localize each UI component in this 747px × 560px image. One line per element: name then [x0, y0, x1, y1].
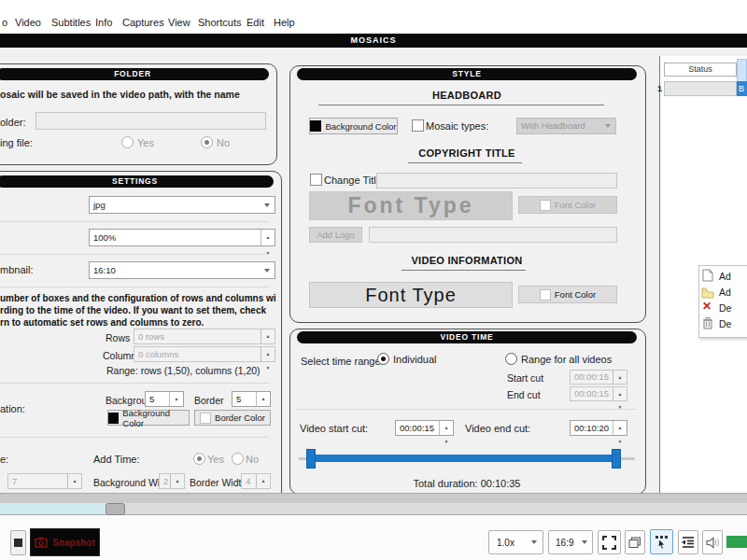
headboard-background-color-button[interactable]: Background Color: [309, 118, 398, 134]
size-spinner[interactable]: 100% ▲▼: [89, 229, 275, 246]
title-input[interactable]: [376, 173, 617, 189]
copyright-font-color-button[interactable]: Font Color: [518, 196, 617, 214]
queue-selected-column-header[interactable]: [737, 59, 747, 82]
mosaic-pointer-button[interactable]: [650, 529, 673, 554]
spinner-arrows-icon[interactable]: ▲▼: [256, 392, 270, 406]
divider: [0, 437, 269, 438]
playback-speed-select[interactable]: 1.0x: [488, 530, 543, 554]
display-windows-button[interactable]: [625, 530, 645, 554]
existing-no-label: No: [217, 137, 230, 148]
folder-input[interactable]: [35, 112, 266, 130]
snapshot-button[interactable]: Snapshot: [30, 528, 100, 556]
app-window: o Video Subtitles Info Captures View Sho…: [0, 0, 747, 560]
volume-level-bar[interactable]: [726, 536, 747, 548]
select-time-range-label: Select time range:: [301, 356, 384, 367]
time-slider-range[interactable]: [309, 455, 617, 462]
chevron-down-icon: [264, 203, 270, 207]
menu-item-video[interactable]: Video: [15, 17, 41, 28]
copyright-font-type-button[interactable]: Font Type: [309, 191, 513, 220]
border-color-button[interactable]: Border Color: [194, 410, 271, 426]
context-menu-item-delete[interactable]: De: [719, 302, 731, 314]
range-all-radio[interactable]: [505, 353, 517, 365]
add-time-no-radio[interactable]: [232, 453, 244, 465]
queue-selected-cell[interactable]: B: [737, 81, 747, 96]
end-cut-label: End cut: [507, 389, 541, 400]
stop-button[interactable]: [10, 530, 26, 555]
change-title-checkbox[interactable]: [310, 174, 322, 186]
mosaic-types-checkbox[interactable]: [412, 119, 424, 132]
spinner-arrows-icon[interactable]: ▲▼: [256, 474, 270, 488]
menu-item-view[interactable]: View: [168, 17, 190, 28]
video-information-rule: [402, 270, 526, 271]
existing-file-label: ing file:: [0, 137, 33, 148]
playlist-button[interactable]: [678, 530, 698, 554]
video-info-font-type-button[interactable]: Font Type: [309, 282, 513, 308]
add-time-yes-radio[interactable]: [193, 453, 205, 465]
fullscreen-button[interactable]: [598, 530, 621, 554]
menu-item-captures[interactable]: Captures: [122, 17, 164, 28]
spinner-arrows-icon[interactable]: ▲▼: [67, 474, 81, 488]
start-cut-spinner[interactable]: 00:00:15 ▲▼: [570, 370, 627, 385]
border-width-spinner[interactable]: 4 ▲▼: [241, 473, 271, 489]
existing-no-radio[interactable]: [201, 136, 213, 148]
border-color-label: Border Color: [215, 413, 265, 423]
format-select[interactable]: jpg: [89, 196, 275, 214]
time-slider-left-handle[interactable]: [306, 449, 316, 469]
speed-value: 1.0x: [497, 538, 514, 548]
aspect-ratio-select[interactable]: 16:9: [548, 530, 593, 554]
border-label: Border: [194, 395, 224, 406]
spinner-arrows-icon[interactable]: ▲▼: [613, 421, 627, 435]
menu-item-audio[interactable]: o: [2, 17, 7, 28]
start-cut-label: Start cut: [507, 372, 543, 384]
spinner-arrows-icon[interactable]: ▲▼: [261, 347, 275, 361]
trash-icon: [702, 316, 713, 329]
fullscreen-icon: [602, 536, 616, 550]
size-value: 100%: [93, 232, 116, 243]
spinner-arrows-icon[interactable]: ▲▼: [439, 421, 453, 435]
menu-item-info[interactable]: Info: [95, 17, 112, 28]
time-slider-right-handle[interactable]: [612, 449, 621, 469]
add-time-yes-label: Yes: [207, 454, 224, 465]
rows-spinner[interactable]: 0 rows ▲▼: [134, 329, 275, 344]
spinner-arrows-icon[interactable]: ▲▼: [170, 474, 184, 488]
queue-status-cell[interactable]: [664, 81, 737, 96]
background-width-spinner[interactable]: 2 ▲▼: [159, 473, 185, 489]
video-end-cut-label: Video end cut:: [465, 423, 530, 434]
menu-item-subtitles[interactable]: Subtitles: [51, 17, 91, 28]
logo-input[interactable]: [369, 227, 617, 243]
add-logo-button[interactable]: Add Logo: [309, 227, 362, 243]
existing-yes-radio[interactable]: [121, 136, 134, 148]
spinner-arrows-icon[interactable]: ▲▼: [169, 392, 183, 406]
chevron-down-icon: [531, 540, 537, 544]
background-spinner[interactable]: 5 ▲▼: [145, 391, 184, 407]
menu-item-edit[interactable]: Edit: [247, 17, 264, 28]
copyright-font-type-label: Font Type: [347, 193, 473, 218]
thumbnail-select[interactable]: 16:10: [89, 261, 275, 279]
context-menu-item-add-file[interactable]: Ad: [719, 271, 731, 282]
seek-bar-thumb[interactable]: [106, 503, 125, 515]
end-cut-spinner[interactable]: 00:00:15 ▲▼: [570, 386, 627, 401]
volume-button[interactable]: [702, 530, 723, 554]
headboard-rule: [318, 105, 604, 105]
separation-label: ation:: [0, 403, 25, 414]
border-spinner[interactable]: 5 ▲▼: [232, 391, 271, 407]
video-start-cut-spinner[interactable]: 00:00:15 ▲▼: [395, 420, 454, 436]
individual-radio[interactable]: [377, 353, 389, 365]
context-menu-item-delete-all[interactable]: De: [719, 318, 731, 329]
context-menu-item-add-folder[interactable]: Ad: [719, 287, 731, 298]
spinner-arrows-icon[interactable]: ▲▼: [261, 329, 275, 343]
video-end-cut-spinner[interactable]: 00:10:20 ▲▼: [570, 420, 627, 436]
spinner-arrows-icon[interactable]: ▲▼: [261, 230, 275, 245]
background-color-button[interactable]: Background Color: [107, 410, 190, 426]
video-info-font-color-button[interactable]: Font Color: [518, 286, 617, 303]
range-note: Range: rows (1,50), columns (1,20): [106, 365, 261, 376]
pointer-grid-icon: [655, 535, 669, 549]
font-size-spinner[interactable]: 7 ▲▼: [7, 473, 82, 489]
menu-item-shortcuts[interactable]: Shortcuts: [198, 17, 241, 28]
columns-spinner[interactable]: 0 columns ▲▼: [134, 346, 275, 362]
spinner-arrows-icon[interactable]: ▲▼: [613, 371, 627, 384]
spinner-arrows-icon[interactable]: ▲▼: [613, 387, 627, 400]
menu-item-help[interactable]: Help: [274, 17, 295, 28]
mosaic-types-select[interactable]: With Headboard: [516, 118, 616, 134]
white-swatch: [540, 289, 551, 301]
